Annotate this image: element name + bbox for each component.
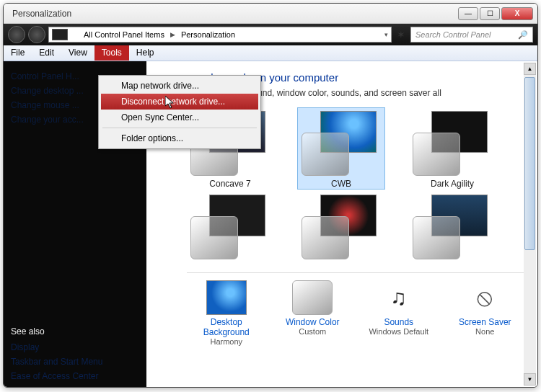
sidebar-link-display[interactable]: Display — [11, 342, 139, 352]
favorites-icon[interactable]: ✶ — [395, 29, 408, 40]
theme-item[interactable] — [187, 192, 273, 262]
wallpaper-icon — [206, 280, 247, 315]
tools-dropdown: Map network drive... Disconnect network … — [98, 75, 261, 149]
window-color-link[interactable]: Window Color Custom — [273, 280, 353, 346]
explorer-window: Personalization — ☐ X All Control Panel … — [3, 3, 538, 388]
breadcrumb-item[interactable]: Personalization — [175, 30, 241, 39]
menu-help[interactable]: Help — [129, 45, 162, 61]
window-title: Personalization — [12, 9, 458, 19]
menu-tools[interactable]: Tools — [94, 45, 129, 61]
screensaver-link[interactable]: Screen Saver None — [446, 280, 525, 346]
theme-label: CWB — [331, 179, 351, 189]
breadcrumb[interactable]: All Control Panel Items ▶ Personalizatio… — [48, 27, 392, 43]
theme-label: Dark Agility — [431, 179, 474, 189]
menu-separator — [102, 128, 257, 128]
search-input[interactable]: Search Control Panel 🔎 — [410, 27, 533, 43]
back-button[interactable] — [8, 26, 25, 43]
menu-folder-options[interactable]: Folder options... — [101, 130, 258, 146]
scrollbar-thumb[interactable] — [524, 77, 535, 250]
sounds-icon — [379, 280, 419, 315]
see-also-header: See also — [11, 326, 139, 337]
minimize-button[interactable]: — — [458, 7, 478, 20]
search-placeholder: Search Control Panel — [415, 30, 491, 39]
close-button[interactable]: X — [501, 7, 533, 20]
search-icon[interactable]: 🔎 — [518, 30, 528, 40]
menu-file[interactable]: File — [4, 45, 32, 61]
scroll-up-button[interactable]: ▲ — [524, 63, 536, 75]
theme-item[interactable] — [409, 192, 496, 262]
computer-icon — [52, 29, 68, 40]
window-color-icon — [292, 280, 333, 315]
menu-disconnect-network-drive[interactable]: Disconnect network drive... — [101, 94, 258, 110]
theme-item[interactable]: Dark Agility — [409, 108, 496, 189]
title-bar[interactable]: Personalization — ☐ X — [4, 4, 537, 24]
desktop-background-link[interactable]: Desktop Background Harmony — [187, 280, 266, 346]
forward-button[interactable] — [28, 26, 45, 43]
menu-open-sync-center[interactable]: Open Sync Center... — [101, 110, 258, 125]
breadcrumb-item[interactable]: All Control Panel Items — [78, 30, 170, 39]
sounds-link[interactable]: Sounds Windows Default — [359, 280, 439, 346]
address-bar: All Control Panel Items ▶ Personalizatio… — [4, 24, 537, 45]
theme-label: Concave 7 — [209, 179, 250, 189]
chevron-right-icon[interactable]: ▶ — [170, 31, 175, 38]
mouse-cursor-icon — [165, 96, 177, 113]
maximize-button[interactable]: ☐ — [480, 7, 500, 20]
vertical-scrollbar[interactable]: ▲ ▼ — [524, 63, 536, 386]
menu-edit[interactable]: Edit — [32, 45, 61, 61]
scroll-down-button[interactable]: ▼ — [524, 373, 536, 386]
sidebar-link-ease[interactable]: Ease of Access Center — [11, 371, 139, 381]
menu-view[interactable]: View — [61, 45, 94, 61]
screensaver-icon — [465, 280, 505, 315]
chevron-down-icon[interactable]: ▾ — [384, 31, 388, 38]
settings-row: Desktop Background Harmony Window Color … — [187, 272, 524, 346]
theme-item[interactable] — [298, 192, 384, 262]
menu-map-network-drive[interactable]: Map network drive... — [101, 78, 258, 94]
menu-bar: File Edit View Tools Help — [4, 45, 537, 61]
sidebar-link-taskbar[interactable]: Taskbar and Start Menu — [11, 357, 139, 367]
theme-item-selected[interactable]: CWB — [298, 108, 384, 189]
